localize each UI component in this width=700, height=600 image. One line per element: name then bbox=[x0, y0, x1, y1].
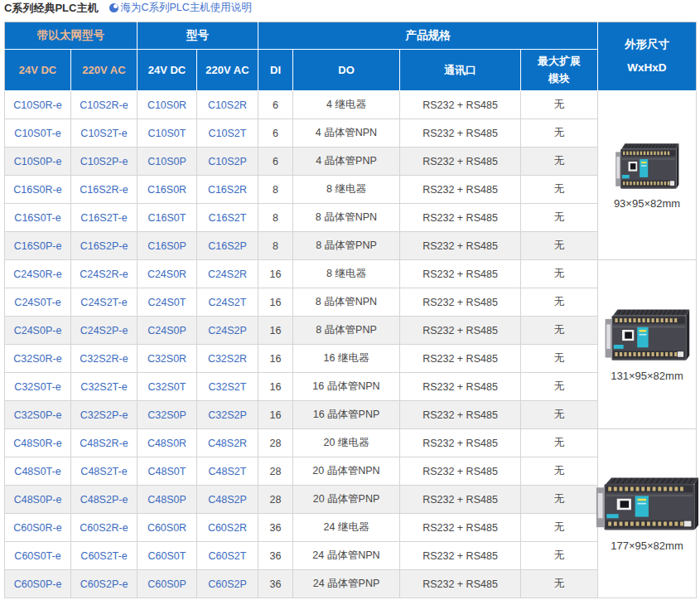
usage-guide-link[interactable]: 海为C系列PLC主机使用说明 bbox=[109, 1, 251, 15]
model-eth-24v-link[interactable]: C10S0R-e bbox=[5, 91, 71, 119]
model-eth-24v-link[interactable]: C32S0P-e bbox=[5, 401, 71, 429]
model-eth-24v-link[interactable]: C60S0P-e bbox=[5, 570, 71, 598]
model-eth-220v-link[interactable]: C32S2T-e bbox=[71, 373, 138, 401]
model-24v-link[interactable]: C48S0P bbox=[138, 486, 197, 514]
model-24v-link[interactable]: C32S0T bbox=[138, 373, 197, 401]
model-eth-220v-link[interactable]: C24S2T-e bbox=[71, 288, 138, 317]
product-size-cell: 93×95×82mm bbox=[598, 91, 697, 260]
model-eth-220v-link[interactable]: C24S2P-e bbox=[71, 317, 138, 345]
model-24v-link[interactable]: C24S0T bbox=[138, 288, 197, 317]
model-eth-24v-link[interactable]: C60S0R-e bbox=[5, 514, 71, 542]
col-dimensions: 外形尺寸 WxHxD bbox=[598, 22, 697, 91]
do-value: 4 继电器 bbox=[293, 91, 400, 119]
model-220v-link[interactable]: C10S2R bbox=[197, 91, 258, 119]
model-220v-link[interactable]: C24S2T bbox=[197, 288, 258, 317]
model-eth-24v-link[interactable]: C32S0T-e bbox=[5, 373, 71, 401]
do-value: 8 继电器 bbox=[293, 176, 400, 204]
model-eth-24v-link[interactable]: C24S0T-e bbox=[5, 288, 71, 317]
model-eth-220v-link[interactable]: C60S2R-e bbox=[71, 514, 138, 542]
model-eth-24v-link[interactable]: C16S0R-e bbox=[5, 176, 71, 204]
plc-spec-table: 带以太网型号 型号 产品规格 外形尺寸 WxHxD 24V DC 220V AC… bbox=[4, 22, 697, 598]
model-24v-link[interactable]: C32S0R bbox=[138, 345, 197, 373]
model-220v-link[interactable]: C16S2T bbox=[197, 204, 258, 232]
model-220v-link[interactable]: C24S2P bbox=[197, 317, 258, 345]
model-24v-link[interactable]: C24S0P bbox=[138, 317, 197, 345]
model-eth-220v-link[interactable]: C60S2P-e bbox=[71, 570, 138, 598]
table-row: C48S0R-e C48S2R-e C48S0R C48S2R 28 20 继电… bbox=[5, 429, 697, 457]
comm-port-value: RS232 + RS485 bbox=[400, 119, 521, 148]
do-value: 20 继电器 bbox=[293, 429, 400, 457]
model-eth-220v-link[interactable]: C48S2P-e bbox=[71, 486, 138, 514]
model-220v-link[interactable]: C60S2R bbox=[197, 514, 258, 542]
model-220v-link[interactable]: C32S2R bbox=[197, 345, 258, 373]
di-value: 8 bbox=[258, 232, 293, 260]
comm-port-value: RS232 + RS485 bbox=[400, 288, 521, 317]
comm-port-value: RS232 + RS485 bbox=[400, 204, 521, 232]
model-24v-link[interactable]: C16S0T bbox=[138, 204, 197, 232]
model-220v-link[interactable]: C60S2T bbox=[197, 542, 258, 570]
model-220v-link[interactable]: C60S2P bbox=[197, 570, 258, 598]
model-220v-link[interactable]: C10S2P bbox=[197, 148, 258, 176]
dimension-label: 131×95×82mm bbox=[611, 370, 683, 382]
model-24v-link[interactable]: C32S0P bbox=[138, 401, 197, 429]
di-value: 6 bbox=[258, 91, 293, 119]
model-eth-24v-link[interactable]: C24S0R-e bbox=[5, 260, 71, 288]
model-eth-220v-link[interactable]: C16S2P-e bbox=[71, 232, 138, 260]
model-eth-220v-link[interactable]: C10S2R-e bbox=[71, 91, 138, 119]
max-expansion-value: 无 bbox=[521, 486, 598, 514]
model-24v-link[interactable]: C24S0R bbox=[138, 260, 197, 288]
model-220v-link[interactable]: C32S2P bbox=[197, 401, 258, 429]
do-value: 8 晶体管NPN bbox=[293, 204, 400, 232]
model-24v-link[interactable]: C10S0T bbox=[138, 119, 197, 148]
comm-port-value: RS232 + RS485 bbox=[400, 91, 521, 119]
max-expansion-value: 无 bbox=[521, 119, 598, 148]
col-max-expansion: 最大扩展模块 bbox=[521, 50, 598, 91]
do-value: 16 继电器 bbox=[293, 345, 400, 373]
model-eth-220v-link[interactable]: C60S2T-e bbox=[71, 542, 138, 570]
model-220v-link[interactable]: C16S2P bbox=[197, 232, 258, 260]
model-220v-link[interactable]: C48S2R bbox=[197, 429, 258, 457]
dimensions-header-line1: 外形尺寸 bbox=[598, 38, 696, 51]
di-value: 6 bbox=[258, 148, 293, 176]
model-220v-link[interactable]: C48S2P bbox=[197, 486, 258, 514]
model-eth-24v-link[interactable]: C16S0P-e bbox=[5, 232, 71, 260]
model-24v-link[interactable]: C48S0T bbox=[138, 457, 197, 486]
model-24v-link[interactable]: C16S0R bbox=[138, 176, 197, 204]
model-24v-link[interactable]: C48S0R bbox=[138, 429, 197, 457]
model-220v-link[interactable]: C10S2T bbox=[197, 119, 258, 148]
model-eth-220v-link[interactable]: C24S2R-e bbox=[71, 260, 138, 288]
model-eth-220v-link[interactable]: C10S2P-e bbox=[71, 148, 138, 176]
model-220v-link[interactable]: C48S2T bbox=[197, 457, 258, 486]
model-eth-24v-link[interactable]: C48S0P-e bbox=[5, 486, 71, 514]
model-24v-link[interactable]: C60S0R bbox=[138, 514, 197, 542]
model-eth-24v-link[interactable]: C24S0P-e bbox=[5, 317, 71, 345]
model-220v-link[interactable]: C16S2R bbox=[197, 176, 258, 204]
table-row: C48S0T-e C48S2T-e C48S0T C48S2T 28 20 晶体… bbox=[5, 457, 697, 486]
model-eth-24v-link[interactable]: C32S0R-e bbox=[5, 345, 71, 373]
model-24v-link[interactable]: C60S0P bbox=[138, 570, 197, 598]
model-220v-link[interactable]: C32S2T bbox=[197, 373, 258, 401]
model-24v-link[interactable]: C16S0P bbox=[138, 232, 197, 260]
model-eth-24v-link[interactable]: C10S0P-e bbox=[5, 148, 71, 176]
di-value: 36 bbox=[258, 570, 293, 598]
model-eth-24v-link[interactable]: C48S0T-e bbox=[5, 457, 71, 486]
model-24v-link[interactable]: C60S0T bbox=[138, 542, 197, 570]
model-eth-220v-link[interactable]: C32S2R-e bbox=[71, 345, 138, 373]
model-eth-220v-link[interactable]: C48S2R-e bbox=[71, 429, 138, 457]
model-eth-220v-link[interactable]: C48S2T-e bbox=[71, 457, 138, 486]
model-eth-24v-link[interactable]: C16S0T-e bbox=[5, 204, 71, 232]
model-24v-link[interactable]: C10S0P bbox=[138, 148, 197, 176]
model-eth-220v-link[interactable]: C16S2R-e bbox=[71, 176, 138, 204]
model-24v-link[interactable]: C10S0R bbox=[138, 91, 197, 119]
di-value: 36 bbox=[258, 542, 293, 570]
plc-product-image bbox=[604, 307, 690, 367]
model-eth-220v-link[interactable]: C16S2T-e bbox=[71, 204, 138, 232]
model-220v-link[interactable]: C24S2R bbox=[197, 260, 258, 288]
model-eth-24v-link[interactable]: C60S0T-e bbox=[5, 542, 71, 570]
max-expansion-value: 无 bbox=[521, 514, 598, 542]
model-eth-220v-link[interactable]: C10S2T-e bbox=[71, 119, 138, 148]
model-eth-220v-link[interactable]: C32S2P-e bbox=[71, 401, 138, 429]
model-eth-24v-link[interactable]: C48S0R-e bbox=[5, 429, 71, 457]
max-expansion-value: 无 bbox=[521, 260, 598, 288]
model-eth-24v-link[interactable]: C10S0T-e bbox=[5, 119, 71, 148]
